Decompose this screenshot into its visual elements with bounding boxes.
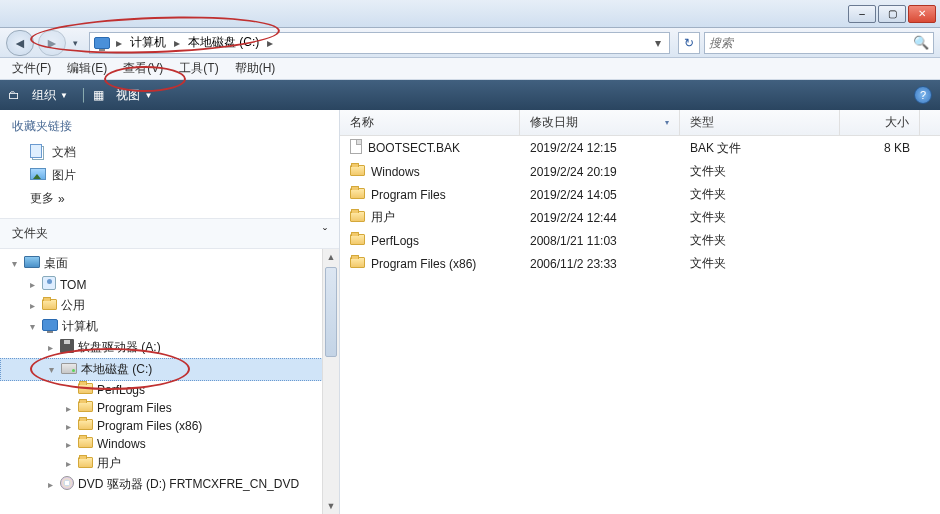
- fav-label: 图片: [52, 167, 76, 184]
- expand-icon[interactable]: ▸: [62, 458, 74, 469]
- col-size[interactable]: 大小: [840, 110, 920, 135]
- expand-icon[interactable]: ▸: [26, 279, 38, 290]
- expand-icon[interactable]: ▾: [8, 258, 20, 269]
- expand-icon[interactable]: ▾: [26, 321, 38, 332]
- tree-item-label: 本地磁盘 (C:): [81, 361, 152, 378]
- tree-item[interactable]: ▸DVD 驱动器 (D:) FRTMCXFRE_CN_DVD: [0, 474, 339, 495]
- file-date: 2019/2/24 20:19: [520, 163, 680, 180]
- back-button[interactable]: ◄: [6, 30, 34, 56]
- folder-icon: [42, 299, 57, 313]
- forward-button[interactable]: ►: [38, 30, 66, 56]
- expand-icon[interactable]: ▸: [44, 342, 56, 353]
- folder-icon: [350, 165, 365, 179]
- col-date[interactable]: 修改日期▾: [520, 110, 680, 135]
- file-row[interactable]: BOOTSECT.BAK2019/2/24 12:15BAK 文件8 KB: [340, 136, 940, 160]
- monitor-icon: [42, 319, 58, 334]
- file-date: 2008/1/21 11:03: [520, 232, 680, 249]
- breadcrumb-computer[interactable]: 计算机: [128, 34, 168, 51]
- col-date-label: 修改日期: [530, 114, 578, 131]
- file-row[interactable]: Program Files2019/2/24 14:05文件夹: [340, 183, 940, 206]
- expand-icon[interactable]: ▸: [44, 479, 56, 490]
- refresh-button[interactable]: ↻: [678, 32, 700, 54]
- menu-tools[interactable]: 工具(T): [173, 58, 224, 79]
- folder-icon: [350, 234, 365, 248]
- nav-row: ◄ ► ▾ ▸ 计算机 ▸ 本地磁盘 (C:) ▸ ▾ ↻ 🔍: [0, 28, 940, 58]
- expand-icon[interactable]: ▸: [62, 421, 74, 432]
- file-row[interactable]: Program Files (x86)2006/11/2 23:33文件夹: [340, 252, 940, 275]
- views-icon: ▦: [93, 88, 104, 102]
- tree-item-label: 公用: [61, 297, 85, 314]
- tree-item[interactable]: ▾桌面: [0, 253, 339, 274]
- file-size: [840, 186, 920, 203]
- file-name: PerfLogs: [371, 234, 419, 248]
- file-date: 2019/2/24 12:15: [520, 139, 680, 157]
- menu-edit[interactable]: 编辑(E): [61, 58, 113, 79]
- history-dropdown[interactable]: ▾: [70, 38, 81, 48]
- expand-icon[interactable]: ▸: [26, 300, 38, 311]
- organize-icon: 🗀: [8, 88, 20, 102]
- scroll-thumb[interactable]: [325, 267, 337, 357]
- fav-pictures[interactable]: 图片: [0, 164, 339, 187]
- tree-item[interactable]: ▸软盘驱动器 (A:): [0, 337, 339, 358]
- desktop-icon: [24, 256, 40, 271]
- folder-icon: [78, 401, 93, 415]
- tree-header[interactable]: 文件夹 ˇ: [0, 218, 339, 249]
- minimize-button[interactable]: –: [848, 5, 876, 23]
- file-row[interactable]: Windows2019/2/24 20:19文件夹: [340, 160, 940, 183]
- organize-button[interactable]: 组织 ▼: [26, 85, 74, 106]
- col-size-label: 大小: [885, 114, 909, 131]
- menu-view[interactable]: 查看(V): [117, 58, 169, 79]
- file-row[interactable]: 用户2019/2/24 12:44文件夹: [340, 206, 940, 229]
- expand-icon[interactable]: ▾: [45, 364, 57, 375]
- collapse-icon[interactable]: ˇ: [323, 227, 327, 241]
- menu-help[interactable]: 帮助(H): [229, 58, 282, 79]
- main-area: 收藏夹链接 文档 图片 更多 » 文件夹 ˇ ▾桌面▸TOM▸公用▾计算机▸软盘…: [0, 110, 940, 514]
- scroll-down-icon[interactable]: ▼: [323, 498, 339, 514]
- fav-documents[interactable]: 文档: [0, 141, 339, 164]
- toolbar: 🗀 组织 ▼ │ ▦ 视图 ▼ ?: [0, 80, 940, 110]
- computer-icon: [94, 35, 110, 51]
- search-input[interactable]: [709, 36, 913, 50]
- folder-icon: [78, 383, 93, 397]
- tree-item[interactable]: ▾本地磁盘 (C:): [0, 358, 339, 381]
- tree-item[interactable]: ▸公用: [0, 295, 339, 316]
- file-row[interactable]: PerfLogs2008/1/21 11:03文件夹: [340, 229, 940, 252]
- drive-icon: [61, 363, 77, 377]
- col-type-label: 类型: [690, 114, 714, 131]
- maximize-button[interactable]: ▢: [878, 5, 906, 23]
- floppy-icon: [60, 339, 74, 356]
- tree-item[interactable]: ▸TOM: [0, 274, 339, 295]
- tree-item[interactable]: ▾计算机: [0, 316, 339, 337]
- sort-indicator-icon: ▾: [665, 118, 669, 127]
- file-type: 文件夹: [680, 255, 840, 272]
- fav-more[interactable]: 更多 »: [0, 187, 339, 210]
- tree-item-label: Windows: [97, 437, 146, 451]
- file-size: 8 KB: [840, 139, 920, 157]
- address-dropdown[interactable]: ▾: [651, 36, 665, 50]
- tree-item[interactable]: ▸Program Files (x86): [0, 417, 339, 435]
- scroll-up-icon[interactable]: ▲: [323, 249, 339, 265]
- expand-icon[interactable]: ▸: [62, 403, 74, 414]
- views-button[interactable]: 视图 ▼: [110, 85, 158, 106]
- expand-icon[interactable]: ▸: [62, 439, 74, 450]
- search-box[interactable]: 🔍: [704, 32, 934, 54]
- tree-item[interactable]: ▸Program Files: [0, 399, 339, 417]
- file-name: Windows: [371, 165, 420, 179]
- col-name[interactable]: 名称: [340, 110, 520, 135]
- tree-item-label: TOM: [60, 278, 86, 292]
- breadcrumb-drive[interactable]: 本地磁盘 (C:): [186, 34, 261, 51]
- address-bar[interactable]: ▸ 计算机 ▸ 本地磁盘 (C:) ▸ ▾: [89, 32, 670, 54]
- col-type[interactable]: 类型: [680, 110, 840, 135]
- menu-file[interactable]: 文件(F): [6, 58, 57, 79]
- tree-header-label: 文件夹: [12, 225, 48, 242]
- tree-item[interactable]: ▸Windows: [0, 435, 339, 453]
- cd-icon: [60, 476, 74, 493]
- tree-item[interactable]: PerfLogs: [0, 381, 339, 399]
- close-button[interactable]: ✕: [908, 5, 936, 23]
- help-button[interactable]: ?: [914, 86, 932, 104]
- tree-scrollbar[interactable]: ▲ ▼: [322, 249, 339, 514]
- titlebar: – ▢ ✕: [0, 0, 940, 28]
- tree-item[interactable]: ▸用户: [0, 453, 339, 474]
- file-size: [840, 255, 920, 272]
- search-icon[interactable]: 🔍: [913, 35, 929, 50]
